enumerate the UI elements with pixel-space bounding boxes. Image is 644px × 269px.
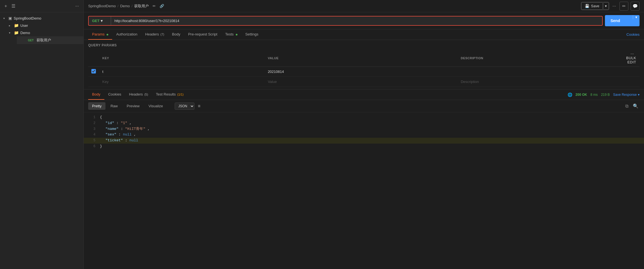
desc-input[interactable] [457, 67, 623, 77]
code-line-1: 1 { [84, 115, 644, 120]
response-status: 200 OK [576, 93, 587, 97]
send-button-group: Send ▾ [605, 15, 640, 26]
sidebar-item-get-user[interactable]: GET 获取用户 [17, 36, 83, 44]
format-select[interactable]: JSON XML HTML Text [175, 103, 194, 110]
response-tab-test-results[interactable]: Test Results (1/1) [152, 89, 188, 100]
main-panel: SpringBootDemo / Demo / 获取用户 ✏ 🔗 💾 Save … [84, 0, 644, 269]
th-key: KEY [99, 49, 265, 67]
row-desc-cell[interactable] [457, 67, 623, 77]
filter-button[interactable]: ☰ [10, 2, 16, 10]
code-area: 1 { 2 "id" : "1" , 3 [84, 112, 644, 269]
tab-params[interactable]: Params [88, 29, 112, 40]
sidebar-item-demo[interactable]: ▾ 📁 Demo [6, 29, 83, 36]
topbar-more-button[interactable]: ··· [611, 3, 617, 10]
save-response-arrow-icon: ▾ [638, 93, 640, 97]
code-line-5: 5 "ticket" : null [84, 138, 644, 144]
body-tab-visualize[interactable]: Visualize [145, 102, 167, 110]
body-tab-preview[interactable]: Preview [123, 102, 143, 110]
response-tab-headers[interactable]: Headers (5) [125, 89, 152, 100]
row-actions-cell [623, 67, 640, 77]
expand-arrow-icon: ▾ [3, 17, 7, 20]
th-value: VALUE [265, 49, 458, 67]
tests-dot [236, 34, 237, 35]
line-number: 6 [87, 144, 95, 149]
body-tab-raw[interactable]: Raw [107, 102, 122, 110]
breadcrumb-sep-2: / [131, 4, 133, 8]
save-button[interactable]: 💾 Save [581, 2, 603, 10]
line-number: 2 [87, 120, 95, 126]
new-key-input[interactable] [99, 77, 265, 87]
code-line-3: 3 "name" : "HiIT青年" , [84, 126, 644, 132]
empty-value-cell[interactable] [265, 77, 458, 87]
breadcrumb-sep-1: / [117, 4, 119, 8]
sidebar-item-label: User [20, 23, 28, 28]
cookies-link[interactable]: Cookies [626, 32, 640, 37]
response-tabs: Body Cookies Headers (5) Test Results (1… [84, 89, 644, 100]
expand-arrow-icon: ▸ [9, 24, 12, 27]
folder-icon: ▣ [8, 16, 12, 20]
breadcrumb-springbootdemo[interactable]: SpringBootDemo [88, 4, 116, 8]
sidebar-more-button[interactable]: ··· [74, 3, 80, 10]
tab-settings[interactable]: Settings [241, 29, 262, 40]
tab-pre-request-script[interactable]: Pre-request Script [184, 29, 221, 40]
save-dropdown-button[interactable]: ▾ [603, 2, 609, 10]
send-button[interactable]: Send [605, 15, 633, 26]
row-value-cell[interactable] [265, 67, 458, 77]
response-tab-body[interactable]: Body [88, 89, 104, 100]
save-response-button[interactable]: Save Response ▾ [613, 93, 640, 97]
value-input[interactable] [265, 67, 458, 77]
tab-body[interactable]: Body [168, 29, 184, 40]
code-line-4: 4 "sex" : null , [84, 132, 644, 138]
folder-icon: 📁 [14, 23, 19, 28]
row-key-cell[interactable] [99, 67, 265, 77]
url-bar-inner: GET ▾ [88, 16, 603, 26]
row-checkbox-cell[interactable] [88, 67, 99, 77]
request-tabs: Params Authorization Headers (7) Body Pr… [84, 29, 644, 40]
empty-checkbox-cell [88, 77, 99, 87]
folder-icon: 📁 [14, 30, 19, 35]
tab-authorization[interactable]: Authorization [112, 29, 141, 40]
expand-arrow-icon: ▾ [9, 31, 12, 34]
copy-button[interactable]: ⧉ [624, 103, 629, 110]
table-row-empty [88, 77, 640, 87]
response-time: 8 ms [590, 93, 598, 97]
line-number: 5 [87, 138, 95, 143]
bulk-edit-button[interactable]: Bulk Edit [626, 56, 636, 64]
row-checkbox[interactable] [88, 69, 99, 73]
tab-tests[interactable]: Tests [221, 29, 241, 40]
new-desc-input[interactable] [457, 77, 623, 87]
search-button[interactable]: 🔍 [632, 102, 640, 110]
empty-key-cell[interactable] [99, 77, 265, 87]
empty-desc-cell[interactable] [457, 77, 623, 87]
wrap-button[interactable]: ≡ [197, 103, 201, 110]
method-select[interactable]: GET ▾ [89, 16, 111, 25]
send-dropdown-button[interactable]: ▾ [633, 15, 640, 19]
save-button-group: 💾 Save ▾ [581, 2, 609, 10]
breadcrumb-current: 获取用户 [134, 4, 149, 9]
response-section: Body Cookies Headers (5) Test Results (1… [84, 89, 644, 269]
comment-button[interactable]: 💬 [631, 2, 640, 11]
edit-button[interactable]: ✏ [619, 2, 628, 11]
new-value-input[interactable] [265, 77, 458, 87]
url-bar: GET ▾ Send ▾ [84, 12, 644, 29]
key-input[interactable] [99, 67, 265, 77]
breadcrumb-demo[interactable]: Demo [120, 4, 130, 8]
body-tab-pretty[interactable]: Pretty [88, 102, 105, 110]
sidebar-item-label: Demo [20, 31, 30, 35]
breadcrumb: SpringBootDemo / Demo / 获取用户 ✏ 🔗 [88, 3, 165, 9]
url-input[interactable] [111, 16, 602, 25]
response-tab-cookies[interactable]: Cookies [104, 89, 125, 100]
tab-headers[interactable]: Headers (7) [141, 29, 168, 40]
params-section: Query Params KEY VALUE DESCRIPTION ··· [84, 40, 644, 89]
response-size: 219 B [601, 93, 610, 97]
json-value: "HiIT青年" [125, 127, 145, 131]
sidebar-item-user[interactable]: ▸ 📁 User [6, 22, 83, 29]
edit-name-button[interactable]: ✏ [152, 3, 157, 9]
share-link-button[interactable]: 🔗 [158, 3, 165, 9]
params-dot [107, 34, 108, 35]
add-collection-button[interactable]: + [3, 3, 8, 10]
method-badge: GET [27, 39, 35, 42]
more-icon[interactable]: ··· [631, 52, 634, 56]
th-description: DESCRIPTION [457, 49, 623, 67]
sidebar-item-springbootdemo[interactable]: ▾ ▣ SpringBootDemo [0, 15, 83, 22]
